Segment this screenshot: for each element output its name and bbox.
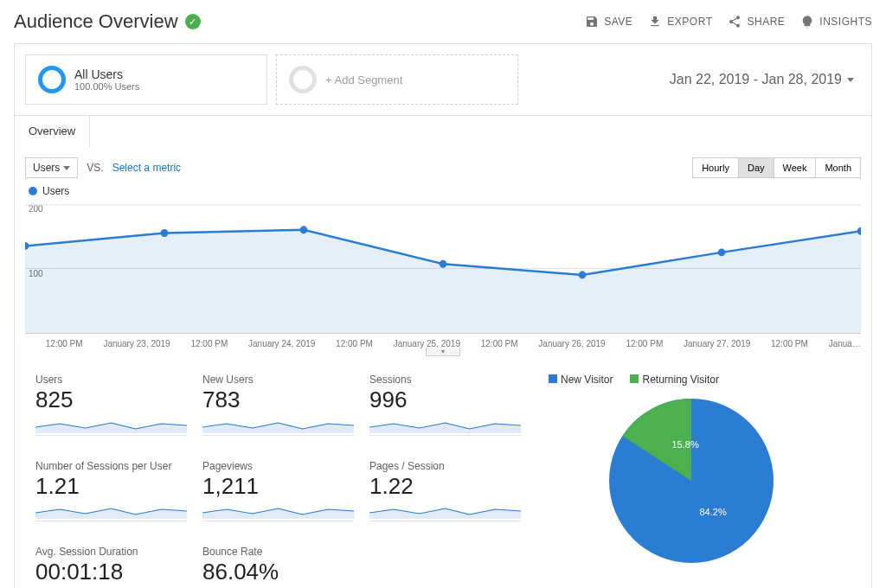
tab-overview[interactable]: Overview — [15, 116, 90, 147]
metric-selector[interactable]: Users — [25, 157, 78, 178]
insights-icon — [800, 15, 814, 29]
share-button[interactable]: SHARE — [728, 15, 785, 29]
x-tick: 12:00 PM — [771, 339, 808, 348]
export-icon — [648, 15, 662, 29]
x-axis: 12:00 PMJanuary 23, 201912:00 PMJanuary … — [25, 334, 861, 348]
x-tick: January 23, 2019 — [103, 339, 170, 348]
svg-point-6 — [579, 271, 587, 278]
metric-value: 1.22 — [369, 474, 521, 499]
expand-handle[interactable]: ▾ — [426, 348, 460, 356]
metric-value: 996 — [369, 387, 521, 412]
pie-label-returning: 15.8% — [672, 439, 699, 450]
metric-card[interactable]: Bounce Rate86.04% — [202, 546, 354, 588]
metric-card[interactable]: Avg. Session Duration00:01:18 — [35, 546, 187, 588]
legend-dot-icon — [29, 187, 37, 195]
metric-value: 1,211 — [202, 474, 354, 499]
add-segment-button[interactable]: + Add Segment — [276, 54, 518, 105]
legend-returning-visitor: Returning Visitor — [630, 374, 719, 386]
svg-point-7 — [718, 248, 726, 256]
vs-label: VS. — [87, 162, 103, 174]
chart-panel: Users VS. Select a metric Hourly Day Wee… — [14, 147, 872, 588]
metric-card[interactable]: Sessions996 — [369, 374, 521, 436]
metric-card[interactable]: New Users783 — [202, 374, 354, 436]
page-title: Audience Overview — [14, 10, 178, 33]
svg-point-3 — [161, 229, 169, 237]
metric-value: 783 — [202, 387, 354, 412]
save-button[interactable]: SAVE — [585, 15, 632, 29]
x-tick: 12:00 PM — [336, 339, 373, 348]
chevron-down-icon — [847, 78, 854, 82]
line-chart[interactable]: 200 100 — [25, 204, 861, 334]
granularity-group: Hourly Day Week Month — [693, 157, 861, 178]
gran-month[interactable]: Month — [815, 157, 861, 178]
segments-row: All Users 100.00% Users + Add Segment Ja… — [14, 43, 872, 115]
metric-value: 825 — [35, 387, 187, 412]
select-metric-link[interactable]: Select a metric — [112, 162, 181, 174]
sparkline — [35, 416, 187, 433]
metric-value: 1.21 — [35, 474, 187, 499]
date-range-picker[interactable]: Jan 22, 2019 - Jan 28, 2019 — [670, 72, 861, 87]
share-icon — [728, 15, 742, 29]
metric-label: Sessions — [369, 374, 521, 386]
metric-label: Bounce Rate — [202, 546, 354, 558]
svg-point-4 — [300, 226, 308, 233]
metric-label: Users — [35, 374, 187, 386]
sparkline — [202, 502, 354, 519]
x-tick: January 26, 2019 — [538, 339, 605, 348]
pie-label-new: 84.2% — [700, 507, 727, 517]
line-chart-svg — [25, 204, 861, 333]
gran-week[interactable]: Week — [774, 157, 817, 178]
chart-legend: Users — [29, 185, 861, 197]
page-header: Audience Overview ✓ SAVE EXPORT SHARE IN… — [0, 0, 886, 43]
segment-title: All Users — [74, 67, 139, 81]
segment-subtitle: 100.00% Users — [74, 81, 139, 92]
metric-card[interactable]: Users825 — [35, 374, 187, 436]
x-tick: January 24, 2019 — [248, 339, 315, 348]
svg-point-5 — [440, 260, 447, 268]
sparkline — [369, 416, 521, 433]
save-icon — [585, 15, 599, 29]
metric-label: Number of Sessions per User — [35, 460, 187, 472]
pie-section: New Visitor Returning Visitor 15.8% 84.2… — [531, 374, 851, 588]
x-tick: 12:00 PM — [46, 339, 83, 348]
metric-label: Pages / Session — [369, 460, 521, 472]
insights-button[interactable]: INSIGHTS — [800, 15, 872, 29]
legend-new-visitor: New Visitor — [549, 374, 613, 386]
metrics-grid: Users825New Users783Sessions996Number of… — [35, 374, 521, 588]
pie-svg — [605, 394, 778, 567]
x-tick: January 27, 2019 — [684, 339, 750, 348]
sparkline — [369, 502, 521, 519]
metric-label: New Users — [202, 374, 354, 386]
gran-hourly[interactable]: Hourly — [692, 157, 739, 178]
x-tick: 12:00 PM — [626, 339, 663, 348]
segment-ring-icon — [38, 66, 66, 93]
gran-day[interactable]: Day — [738, 157, 774, 178]
metric-label: Pageviews — [202, 460, 354, 472]
sparkline — [202, 416, 354, 433]
metric-card[interactable]: Pages / Session1.22 — [369, 460, 521, 522]
metric-card[interactable]: Pageviews1,211 — [202, 460, 354, 522]
metric-label: Avg. Session Duration — [35, 546, 187, 558]
export-button[interactable]: EXPORT — [648, 15, 712, 29]
header-actions: SAVE EXPORT SHARE INSIGHTS — [585, 15, 872, 29]
tabs: Overview — [14, 115, 872, 147]
metric-card[interactable]: Number of Sessions per User1.21 — [35, 460, 187, 522]
x-tick: 12:00 PM — [481, 339, 518, 348]
empty-ring-icon — [289, 66, 317, 93]
segment-all-users[interactable]: All Users 100.00% Users — [25, 54, 267, 105]
verified-badge-icon: ✓ — [185, 14, 201, 29]
pie-chart[interactable]: 15.8% 84.2% — [605, 394, 778, 567]
sparkline — [35, 502, 187, 519]
metric-value: 00:01:18 — [35, 559, 187, 585]
x-tick: 12:00 PM — [190, 339, 228, 348]
x-tick: Janua… — [829, 339, 861, 348]
chevron-down-icon — [63, 166, 70, 170]
metric-value: 86.04% — [202, 559, 354, 585]
